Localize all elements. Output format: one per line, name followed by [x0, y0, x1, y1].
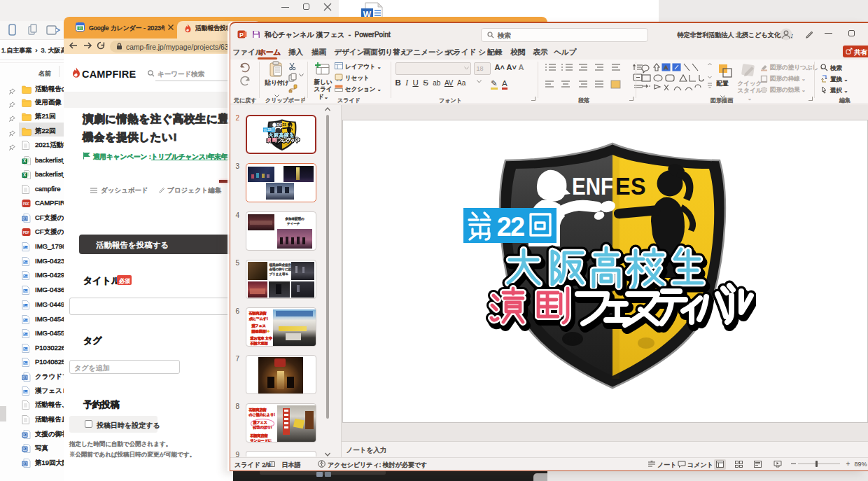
svg-text:PDF: PDF — [23, 231, 29, 235]
svg-text:X: X — [23, 172, 27, 177]
svg-text:31: 31 — [78, 27, 83, 30]
svg-text:PDF: PDF — [23, 202, 29, 206]
svg-text:X: X — [23, 158, 27, 163]
svg-text:P: P — [239, 31, 243, 38]
svg-text:A: A — [664, 64, 668, 71]
